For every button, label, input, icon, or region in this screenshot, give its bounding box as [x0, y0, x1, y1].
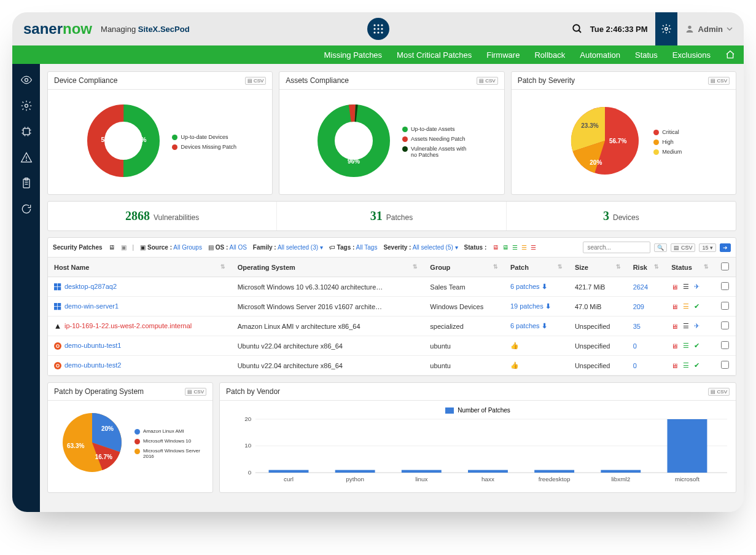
row-checkbox[interactable] — [721, 282, 729, 290]
eye-icon[interactable] — [20, 74, 33, 86]
donut-chart: 96% — [314, 101, 394, 183]
row-checkbox[interactable] — [721, 321, 729, 329]
patch-link[interactable]: 19 patches ⬇ — [510, 302, 551, 310]
list-icon: ☰ — [683, 361, 689, 369]
chevron-down-icon — [727, 26, 733, 32]
svg-rect-34 — [54, 307, 57, 310]
rocket-icon[interactable]: ✈ — [694, 283, 699, 291]
host-link[interactable]: desktop-q287aq2 — [64, 283, 117, 290]
csv-button[interactable]: ▤ CSV — [671, 243, 695, 252]
col-header[interactable]: Group⇅ — [424, 258, 504, 277]
nav-exclusions[interactable]: Exclusions — [672, 50, 711, 60]
rocket-icon[interactable]: ✈ — [694, 322, 699, 330]
svg-point-7 — [377, 31, 379, 33]
risk-link[interactable]: 2624 — [633, 283, 648, 291]
card-title: Patch by Severity — [518, 76, 575, 85]
refresh-icon[interactable] — [20, 203, 33, 215]
export-button[interactable]: ➜ — [720, 243, 731, 252]
search-go-button[interactable]: 🔍 — [654, 243, 667, 252]
host-link[interactable]: ip-10-169-1-22.us-west-2.compute.interna… — [64, 322, 192, 329]
nav-most-critical[interactable]: Most Critical Patches — [397, 50, 472, 60]
svg-rect-15 — [23, 128, 29, 135]
svg-rect-32 — [54, 303, 57, 306]
svg-rect-29 — [58, 283, 61, 286]
filter-source[interactable]: All Groups — [173, 244, 202, 251]
filter-os[interactable]: All OS — [230, 244, 247, 251]
risk-link[interactable]: 35 — [633, 323, 641, 330]
page-size[interactable]: 15 ▾ — [699, 243, 716, 252]
risk-link[interactable]: 0 — [633, 342, 637, 350]
svg-point-38 — [54, 362, 61, 369]
filter-tags[interactable]: All Tags — [356, 244, 378, 251]
host-link[interactable]: demo-ubuntu-test1 — [64, 342, 121, 349]
svg-point-2 — [381, 24, 383, 26]
svg-point-11 — [664, 28, 668, 31]
chip-icon[interactable] — [20, 125, 33, 138]
card-title: Patch by Vendor — [226, 387, 280, 396]
svg-text:curl: curl — [284, 476, 294, 482]
svg-rect-33 — [58, 303, 61, 306]
card-title: Device Compliance — [54, 76, 117, 85]
patch-link[interactable]: 6 patches ⬇ — [510, 283, 547, 290]
table-row: ip-10-169-1-22.us-west-2.compute.interna… — [48, 317, 736, 336]
card-assets-compliance: Assets Compliance▤ CSV 96% Up-to-date As… — [279, 71, 504, 195]
list-icon: ☰ — [683, 322, 689, 330]
col-header[interactable]: Host Name⇅ — [48, 258, 232, 277]
svg-text:haxx: haxx — [481, 476, 494, 482]
csv-button[interactable]: ▤ CSV — [708, 77, 730, 85]
gear-icon[interactable] — [20, 100, 33, 112]
risk-link[interactable]: 209 — [633, 303, 644, 310]
home-icon[interactable] — [725, 50, 735, 60]
filter-severity[interactable]: All selected (5) ▾ — [413, 244, 458, 251]
cube-icon[interactable]: ▣ — [121, 244, 127, 251]
col-header[interactable]: Size⇅ — [569, 258, 627, 277]
svg-rect-56 — [534, 470, 574, 473]
nav-rollback[interactable]: Rollback — [534, 50, 565, 60]
col-header[interactable] — [715, 258, 736, 277]
risk-link[interactable]: 0 — [633, 362, 637, 369]
search-input[interactable] — [583, 242, 650, 253]
thumb-up-icon: 👍 — [510, 361, 519, 369]
csv-button[interactable]: ▤ CSV — [477, 77, 498, 85]
list-icon: ☰ — [683, 283, 689, 291]
user-menu[interactable]: Admin — [685, 24, 733, 34]
list-icon: ☰ — [683, 302, 689, 310]
clock: Tue 2:46:33 PM — [590, 25, 648, 34]
nav-automation[interactable]: Automation — [580, 50, 620, 60]
clipboard-icon[interactable] — [20, 177, 33, 189]
row-checkbox[interactable] — [721, 341, 729, 349]
monitor-icon[interactable]: 🖥 — [109, 244, 115, 251]
search-icon[interactable] — [572, 23, 583, 34]
col-header[interactable]: Status⇅ — [665, 258, 715, 277]
col-header[interactable]: Patch⇅ — [504, 258, 569, 277]
donut-chart: 50% 50% — [84, 101, 163, 183]
csv-button[interactable]: ▤ CSV — [245, 77, 267, 85]
col-header[interactable]: Operating System⇅ — [232, 258, 424, 277]
svg-line-10 — [579, 30, 581, 33]
settings-button[interactable] — [655, 12, 677, 45]
patch-link[interactable]: 6 patches ⬇ — [510, 322, 547, 329]
alert-icon[interactable] — [20, 151, 33, 163]
list-icon: ☰ — [683, 342, 689, 350]
filter-family[interactable]: All selected (3) ▾ — [278, 244, 323, 251]
csv-button[interactable]: ▤ CSV — [708, 388, 730, 396]
card-patch-by-os: Patch by Operating System▤ CSV 20% 16.7%… — [47, 382, 213, 493]
nav-firmware[interactable]: Firmware — [486, 50, 520, 60]
svg-point-13 — [25, 79, 28, 82]
row-checkbox[interactable] — [721, 302, 729, 310]
svg-rect-48 — [269, 470, 309, 473]
csv-button[interactable]: ▤ CSV — [185, 388, 206, 396]
status-filter-icons[interactable]: 🖥🖥☰☰☰ — [493, 244, 536, 251]
svg-text:python: python — [346, 476, 364, 482]
nav-missing-patches[interactable]: Missing Patches — [324, 50, 382, 60]
host-link[interactable]: demo-win-server1 — [64, 302, 119, 310]
host-link[interactable]: demo-ubuntu-test2 — [64, 361, 121, 369]
svg-rect-58 — [601, 470, 641, 473]
apps-button[interactable] — [367, 18, 389, 40]
card-title: Assets Compliance — [286, 76, 349, 85]
col-header[interactable]: Risk⇅ — [627, 258, 666, 277]
select-all-checkbox[interactable] — [721, 262, 729, 270]
nav-status[interactable]: Status — [635, 50, 658, 60]
monitor-icon: 🖥 — [671, 342, 678, 350]
row-checkbox[interactable] — [721, 361, 729, 369]
